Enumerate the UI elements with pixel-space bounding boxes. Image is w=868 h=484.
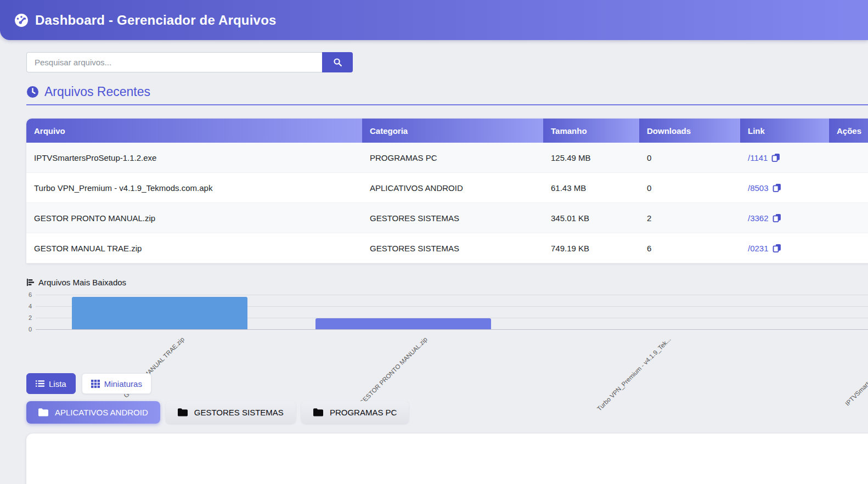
copy-link-button[interactable]	[773, 244, 782, 253]
grid-icon	[91, 380, 100, 388]
downloads-cell: 0	[639, 173, 740, 203]
actions-cell	[829, 233, 868, 263]
copy-link-button[interactable]	[773, 213, 782, 223]
search-bar	[26, 52, 353, 72]
column-header-tamanho: Tamanho	[543, 119, 639, 143]
top-bar: Dashboard - Gerenciador de Arquivos	[0, 0, 868, 40]
column-header-categoria: Categoria	[362, 119, 543, 143]
thumbnails-view-label: Miniaturas	[104, 379, 142, 389]
y-axis-tick-label: 2	[22, 314, 32, 321]
recent-files-title: Arquivos Recentes	[44, 85, 150, 99]
recent-files-heading: Arquivos Recentes	[26, 85, 150, 99]
y-axis-tick-label: 0	[22, 326, 32, 333]
file-link[interactable]: /1141	[748, 153, 768, 162]
category-filter-gestores-sistemas[interactable]: GESTORES SISTEMAS	[166, 401, 296, 424]
downloads-cell: 6	[639, 233, 740, 263]
table-row: Turbo VPN_Premium - v4.1.9_Tekmods.com.a…	[26, 173, 868, 203]
gridline	[36, 329, 868, 330]
search-input[interactable]	[26, 52, 322, 72]
table-row: IPTVSmartersProSetup-1.1.2.exePROGRAMAS …	[26, 143, 868, 173]
link-cell: /3362	[740, 203, 829, 233]
category-filter-aplicativos-android[interactable]: APLICATIVOS ANDROID	[26, 401, 160, 424]
chart-heading: Arquivos Mais Baixados	[26, 278, 126, 287]
y-axis-tick-label: 6	[22, 291, 32, 298]
copy-link-button[interactable]	[771, 153, 781, 162]
clock-icon	[26, 86, 39, 98]
category-cell: GESTORES SISTEMAS	[362, 203, 543, 233]
chart-bar	[315, 318, 491, 329]
size-cell: 61.43 MB	[543, 173, 639, 203]
page-title: Dashboard - Gerenciador de Arquivos	[35, 13, 277, 28]
category-cell: GESTORES SISTEMAS	[362, 233, 543, 263]
category-filter-label: PROGRAMAS PC	[330, 408, 397, 417]
chart-bar	[72, 297, 247, 329]
copy-link-button[interactable]	[773, 183, 782, 193]
view-toggle: Lista Miniaturas	[26, 373, 151, 394]
link-cell: /0231	[740, 233, 829, 263]
recent-files-table: ArquivoCategoriaTamanhoDownloadsLinkAçõe…	[26, 119, 868, 263]
table-row: GESTOR PRONTO MANUAL.zipGESTORES SISTEMA…	[26, 203, 868, 233]
bar-chart-icon	[26, 278, 35, 286]
column-header-arquivo: Arquivo	[26, 119, 362, 143]
chart-title-text: Arquivos Mais Baixados	[38, 278, 126, 287]
folder-icon	[178, 408, 188, 417]
downloads-cell: 2	[639, 203, 740, 233]
category-filter-programas-pc[interactable]: PROGRAMAS PC	[301, 401, 409, 424]
category-card: APLICATIVOS ANDROID	[26, 434, 868, 484]
list-view-label: Lista	[49, 379, 66, 389]
gridline	[36, 295, 868, 295]
category-cell: APLICATIVOS ANDROID	[362, 173, 543, 203]
category-cell: PROGRAMAS PC	[362, 143, 543, 173]
actions-cell	[829, 143, 868, 173]
file-name-cell: IPTVSmartersProSetup-1.1.2.exe	[26, 143, 362, 173]
actions-cell	[829, 173, 868, 203]
column-header-ações: Ações	[829, 119, 868, 143]
section-divider	[26, 104, 868, 105]
category-filter-label: GESTORES SISTEMAS	[194, 408, 284, 417]
recent-files-table-card: ArquivoCategoriaTamanhoDownloadsLinkAçõe…	[26, 119, 868, 263]
link-cell: /8503	[740, 173, 829, 203]
size-cell: 345.01 KB	[543, 203, 639, 233]
file-link[interactable]: /8503	[748, 183, 769, 193]
category-filter-bar: APLICATIVOS ANDROIDGESTORES SISTEMASPROG…	[26, 401, 409, 424]
search-icon	[333, 58, 342, 67]
y-axis-tick-label: 4	[22, 303, 32, 309]
list-icon	[36, 380, 44, 387]
search-button[interactable]	[322, 52, 353, 72]
folder-icon	[313, 408, 323, 417]
chart-plot: 0246GESTOR MANUAL TRAE.zipGESTOR PRONTO …	[0, 291, 868, 330]
downloads-cell: 0	[639, 143, 740, 173]
link-cell: /1141	[740, 143, 829, 173]
file-link[interactable]: /0231	[748, 244, 769, 253]
gauge-icon	[14, 13, 29, 27]
table-row: GESTOR MANUAL TRAE.zipGESTORES SISTEMAS7…	[26, 233, 868, 263]
file-name-cell: GESTOR PRONTO MANUAL.zip	[26, 203, 362, 233]
list-view-button[interactable]: Lista	[26, 373, 76, 394]
thumbnails-view-button[interactable]: Miniaturas	[82, 373, 151, 394]
actions-cell	[829, 203, 868, 233]
folder-icon	[38, 408, 48, 417]
dashboard-page: Dashboard - Gerenciador de Arquivos Arqu…	[0, 0, 868, 484]
file-link[interactable]: /3362	[748, 213, 769, 223]
size-cell: 749.19 KB	[543, 233, 639, 263]
column-header-downloads: Downloads	[639, 119, 740, 143]
column-header-link: Link	[740, 119, 829, 143]
size-cell: 125.49 MB	[543, 143, 639, 173]
file-name-cell: GESTOR MANUAL TRAE.zip	[26, 233, 362, 263]
file-name-cell: Turbo VPN_Premium - v4.1.9_Tekmods.com.a…	[26, 173, 362, 203]
category-filter-label: APLICATIVOS ANDROID	[55, 408, 148, 417]
table-header-row: ArquivoCategoriaTamanhoDownloadsLinkAçõe…	[26, 119, 868, 143]
